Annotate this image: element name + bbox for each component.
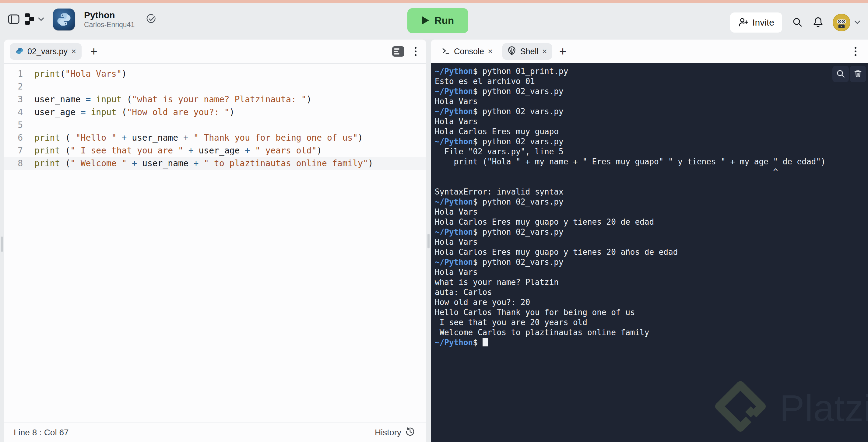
editor-panel: 02_vars.py × + 1print("Hola Vars")23user… (4, 39, 426, 442)
editor-tabbar: 02_vars.py × + (4, 39, 426, 64)
shell-icon (507, 46, 516, 57)
python-file-icon (16, 47, 24, 56)
tab-close-icon[interactable]: × (71, 47, 76, 56)
terminal-line: ~/Python$ (435, 338, 868, 348)
code-line[interactable]: 7print (" I see that you are " + user_ag… (4, 144, 426, 157)
terminal-line: Hola Carlos Eres muy guapo y tienes 20 d… (435, 217, 868, 227)
person-plus-icon (738, 17, 748, 28)
terminal-clear-button[interactable] (850, 66, 866, 82)
terminal-line: ~/Python$ python 02_vars.py (435, 197, 868, 207)
terminal-line: what is your name? Platzin (435, 277, 868, 287)
terminal-line: ~/Python$ python 01_print.py (435, 66, 868, 76)
terminal-menu-kebab-icon[interactable] (854, 46, 858, 57)
code-line[interactable]: 2 (4, 81, 426, 93)
search-icon (792, 17, 803, 29)
terminal-line: ^ (435, 167, 868, 177)
workspace-menu-button[interactable] (24, 12, 44, 27)
sidebar-toggle-button[interactable] (7, 13, 20, 27)
project-title: Python (84, 10, 134, 20)
code-line[interactable]: 5 (4, 119, 426, 131)
terminal-line: print ("Hola " + my_name + " Eres muy gu… (435, 157, 868, 167)
shell-tab-label: Shell (520, 47, 538, 56)
search-icon (836, 69, 845, 80)
code-line[interactable]: 4user_age = input ("How old are you?: ") (4, 106, 426, 119)
terminal-line: Hola Vars (435, 237, 868, 247)
tab-console[interactable]: Console × (437, 43, 497, 60)
topbar: Python Carlos-Enriqu41 Run Invite (0, 3, 868, 36)
code-line[interactable]: 1print("Hola Vars") (4, 68, 426, 81)
editor-tab-label: 02_vars.py (27, 47, 68, 56)
python-project-icon (53, 8, 75, 30)
project-meta[interactable]: Python Carlos-Enriqu41 (84, 10, 134, 29)
code-lines: 1print("Hola Vars")23user_name = input (… (4, 68, 426, 170)
terminal-line: SyntaxError: invalid syntax (435, 187, 868, 197)
terminal-line: How old are you?: 20 (435, 297, 868, 308)
editor-statusbar: Line 8 : Col 67 History (4, 422, 426, 442)
platzi-watermark: Platzi (715, 379, 868, 437)
terminal-line: ~/Python$ python 02_vars.py (435, 257, 868, 267)
terminal-tabbar: Console × Shell × + (431, 39, 868, 63)
new-tab-button[interactable]: + (90, 45, 97, 58)
code-line[interactable]: 8print (" Welcome " + user_name + " to p… (4, 157, 426, 170)
run-button[interactable]: Run (407, 8, 468, 33)
terminal-line: Esto es el archivo 01 (435, 76, 868, 87)
terminal-line: Hola Vars (435, 267, 868, 277)
panel-drag-handle[interactable] (428, 234, 430, 248)
trash-icon (853, 69, 863, 80)
terminal-line: Hola Vars (435, 117, 868, 127)
replit-mark-icon (24, 12, 35, 27)
platzi-watermark-text: Platzi (780, 387, 868, 430)
bell-icon (813, 17, 824, 29)
tab-shell[interactable]: Shell × (502, 43, 552, 60)
play-icon (422, 16, 430, 26)
invite-label: Invite (752, 18, 774, 28)
main-area: 02_vars.py × + 1print("Hola Vars")23user… (0, 36, 868, 442)
terminal-line: File "02_vars.py", line 5 (435, 147, 868, 157)
terminal-line: auta: Carlos (435, 287, 868, 297)
search-button[interactable] (792, 17, 803, 29)
replit-workspace: Python Carlos-Enriqu41 Run Invite (0, 0, 868, 442)
code-line[interactable]: 6print ( "Hello " + user_name + " Thank … (4, 131, 426, 144)
code-line[interactable]: 3user_name = input ("what is your name? … (4, 93, 426, 106)
console-close-icon[interactable]: × (488, 47, 493, 56)
notifications-button[interactable] (813, 17, 824, 29)
terminal-line: Hello Carlos Thank you for being one of … (435, 308, 868, 317)
cursor-position: Line 8 : Col 67 (14, 428, 69, 437)
chevron-down-icon (38, 17, 44, 22)
console-prompt-icon (442, 46, 450, 56)
panel-divider[interactable] (426, 36, 431, 442)
topbar-right-group: Invite (730, 6, 861, 39)
left-dock-gutter[interactable] (0, 36, 4, 442)
terminal-line: Welcome Carlos to plaztinautas online fa… (435, 327, 868, 338)
shell-terminal[interactable]: ~/Python$ python 01_print.pyEsto es el a… (431, 63, 868, 442)
console-tab-label: Console (454, 47, 484, 56)
terminal-line: ~/Python$ python 02_vars.py (435, 106, 868, 117)
editor-tab-02-vars[interactable]: 02_vars.py × (10, 43, 82, 60)
terminal-cursor (483, 338, 488, 346)
new-terminal-tab-button[interactable]: + (559, 45, 566, 58)
saved-check-icon (146, 13, 156, 26)
terminal-search-button[interactable] (832, 66, 849, 82)
history-label: History (375, 428, 401, 437)
terminal-line: Hola Vars (435, 207, 868, 217)
run-label: Run (434, 15, 454, 27)
terminal-line: Hola Vars (435, 96, 868, 106)
chevron-down-icon (854, 20, 861, 25)
editor-menu-kebab-icon[interactable] (413, 46, 418, 57)
code-editor[interactable]: 1print("Hola Vars")23user_name = input (… (4, 64, 426, 422)
sidebar-toggle-icon (7, 13, 20, 27)
terminal-line: I see that you are 20 years old (435, 317, 868, 327)
project-owner: Carlos-Enriqu41 (84, 21, 134, 29)
account-menu-button[interactable] (854, 20, 861, 25)
terminal-output: ~/Python$ python 01_print.pyEsto es el a… (435, 66, 868, 348)
terminal-line: ~/Python$ python 02_vars.py (435, 87, 868, 96)
left-drag-handle[interactable] (1, 236, 3, 252)
terminal-line: ~/Python$ python 02_vars.py (435, 227, 868, 237)
format-code-icon[interactable] (392, 46, 404, 57)
shell-close-icon[interactable]: × (542, 47, 547, 56)
invite-button[interactable]: Invite (730, 12, 782, 33)
history-button[interactable]: History (373, 427, 416, 439)
history-clock-icon (406, 427, 415, 438)
avatar[interactable] (833, 14, 850, 31)
topbar-left-group: Python Carlos-Enriqu41 (0, 8, 156, 30)
